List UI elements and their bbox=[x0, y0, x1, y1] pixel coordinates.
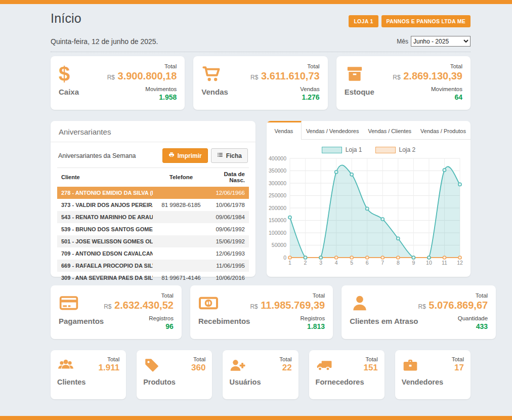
legend-item-loja-2[interactable]: Loja 2 bbox=[375, 146, 416, 153]
count-card-value: 151 bbox=[363, 363, 377, 373]
sales-area-chart: 0500001000001500002000002500003000003500… bbox=[267, 154, 471, 270]
count-label: Movimentos bbox=[393, 86, 462, 92]
stat-card-vendas[interactable]: Vendas Total R$ 3.611.610,73 Vendas 1.27… bbox=[193, 56, 327, 110]
tab-vendas-vendedores[interactable]: Vendas / Vendedores bbox=[302, 121, 364, 139]
count-label: Quantidade bbox=[418, 315, 488, 321]
currency-label: R$ bbox=[107, 74, 115, 81]
currency-label: R$ bbox=[393, 74, 400, 81]
count-card-produtos[interactable]: Total 360 Produtos bbox=[137, 350, 212, 399]
header-button-loja-1[interactable]: LOJA 1 bbox=[349, 15, 378, 27]
count-card-right: Total 17 bbox=[452, 356, 464, 374]
total-value: R$ 3.611.610,73 bbox=[250, 70, 320, 82]
svg-text:300000: 300000 bbox=[269, 180, 286, 186]
tab-vendas-produtos[interactable]: Vendas / Produtos bbox=[416, 121, 471, 139]
currency-label: R$ bbox=[250, 303, 258, 310]
cell-cliente: 501 - JOSE WELISSON GOMES OLIVEIR... bbox=[61, 238, 153, 244]
stat-card-clientes-em-atraso[interactable]: Clientes em Atraso Total R$ 5.076.869,67… bbox=[342, 285, 496, 339]
tab-vendas[interactable]: Vendas bbox=[267, 121, 302, 140]
count-card-vendedores[interactable]: Total 17 Vendedores bbox=[395, 350, 471, 399]
stat-card-left: Pagamentos bbox=[59, 292, 104, 333]
stat-cards-row-2: Pagamentos Total R$ 2.632.430,52 Registr… bbox=[51, 285, 471, 339]
svg-text:1: 1 bbox=[288, 260, 291, 266]
cell-cliente: 543 - RENATO MARINHO DE ARAUJO (F... bbox=[61, 214, 153, 220]
count-value: 1.276 bbox=[250, 93, 320, 101]
stat-card-caixa[interactable]: $ Caixa Total R$ 3.900.800,18 Movimentos… bbox=[51, 56, 185, 110]
cell-data-nasc: 11/06/1995 bbox=[209, 263, 245, 269]
svg-text:200000: 200000 bbox=[269, 205, 286, 211]
total-value: R$ 11.985.769,39 bbox=[250, 300, 325, 311]
table-row[interactable]: 278 - ANTONIO EMIDIO DA SILVA (PALE... 1… bbox=[57, 187, 249, 199]
tab-vendas-clientes[interactable]: Vendas / Clientes bbox=[363, 121, 416, 139]
table-row[interactable]: 373 - VALDIR DOS ANJOS PEREIRA (AN... 81… bbox=[57, 199, 249, 211]
count-card-fornecedores[interactable]: Total 151 Fornecedores bbox=[309, 350, 385, 399]
count-label: Registros bbox=[104, 315, 174, 321]
total-label: Total bbox=[393, 63, 462, 69]
cell-cliente: 278 - ANTONIO EMIDIO DA SILVA (PALE... bbox=[61, 190, 153, 196]
table-row[interactable]: 539 - BRUNO DOS SANTOS GOMES 09/06/1992 bbox=[57, 223, 249, 235]
table-header: Cliente Telefone Data de Nasc. bbox=[57, 167, 249, 187]
sales-chart-panel: Vendas Vendas / Vendedores Vendas / Clie… bbox=[267, 121, 471, 277]
stat-cards-row-1: $ Caixa Total R$ 3.900.800,18 Movimentos… bbox=[51, 56, 471, 110]
ficha-button[interactable]: Ficha bbox=[211, 148, 248, 163]
svg-text:7: 7 bbox=[381, 260, 384, 266]
stat-card-label: Recebimentos bbox=[198, 317, 250, 325]
count-card-value: 22 bbox=[279, 363, 291, 373]
count-card-right: Total 1.911 bbox=[99, 356, 120, 374]
bottom-accent-bar bbox=[0, 416, 512, 420]
header-button-pannos-e-pannos-ltda-me[interactable]: PANNOS E PANNOS LTDA ME bbox=[381, 15, 471, 27]
cell-cliente: 669 - RAFAELA PROCOPIO DA SILVA CA... bbox=[61, 263, 153, 269]
count-label: Vendas bbox=[250, 86, 320, 92]
svg-text:0: 0 bbox=[283, 255, 286, 261]
count-card-clientes[interactable]: Total 1.911 Clientes bbox=[51, 350, 126, 399]
birthdays-toolbar: Aniversariantes da Semana Imprimir Ficha bbox=[58, 148, 248, 163]
svg-text:4: 4 bbox=[335, 260, 338, 266]
birthdays-buttons: Imprimir Ficha bbox=[162, 148, 248, 163]
top-accent-bar bbox=[0, 0, 512, 4]
svg-text:3: 3 bbox=[319, 260, 322, 266]
count-card-right: Total 151 bbox=[363, 356, 377, 374]
count-card-right: Total 360 bbox=[191, 356, 205, 374]
currency-label: R$ bbox=[104, 303, 111, 310]
birthdays-table: 278 - ANTONIO EMIDIO DA SILVA (PALE... 1… bbox=[57, 187, 249, 284]
ficha-button-label: Ficha bbox=[226, 152, 242, 159]
stat-card-right: Total R$ 3.900.800,18 Movimentos 1.958 bbox=[107, 63, 177, 104]
legend-label: Loja 2 bbox=[399, 146, 416, 153]
column-header-telefone: Telefone bbox=[153, 174, 209, 180]
table-row[interactable]: 309 - ANA SEVERINA PAES DA SILVA 81 9967… bbox=[57, 272, 249, 284]
legend-item-loja-1[interactable]: Loja 1 bbox=[322, 146, 362, 153]
svg-text:1: 1 bbox=[207, 300, 210, 306]
total-label: Total bbox=[191, 356, 205, 362]
box-icon bbox=[345, 63, 374, 85]
svg-text:10: 10 bbox=[426, 260, 432, 266]
birthdays-panel-title: Aniversariantes bbox=[51, 121, 255, 142]
count-label: Registros bbox=[250, 315, 325, 321]
table-row[interactable]: 501 - JOSE WELISSON GOMES OLIVEIR... 15/… bbox=[57, 235, 249, 247]
cell-data-nasc: 10/06/1978 bbox=[209, 202, 245, 208]
table-row[interactable]: 543 - RENATO MARINHO DE ARAUJO (F... 09/… bbox=[57, 211, 249, 223]
current-date-text: Quinta-feira, 12 de junho de 2025. bbox=[51, 37, 158, 46]
month-select[interactable]: Junho - 2025 bbox=[411, 36, 471, 47]
total-label: Total bbox=[418, 292, 488, 299]
total-label: Total bbox=[363, 356, 377, 362]
print-button[interactable]: Imprimir bbox=[162, 148, 208, 163]
birthdays-panel-body: Aniversariantes da Semana Imprimir Ficha bbox=[51, 142, 255, 284]
stat-card-estoque[interactable]: Estoque Total R$ 2.869.130,39 Movimentos… bbox=[336, 56, 471, 110]
stat-card-pagamentos[interactable]: Pagamentos Total R$ 2.632.430,52 Registr… bbox=[51, 285, 182, 339]
user-icon bbox=[350, 292, 418, 314]
svg-text:8: 8 bbox=[397, 260, 400, 266]
stat-card-left: Vendas bbox=[201, 63, 228, 104]
table-row[interactable]: 669 - RAFAELA PROCOPIO DA SILVA CA... 11… bbox=[57, 260, 249, 272]
count-card-label: Usuários bbox=[229, 378, 291, 386]
svg-text:11: 11 bbox=[442, 260, 447, 266]
cell-telefone: 81 99828-6185 bbox=[153, 202, 209, 208]
chart-tabs: Vendas Vendas / Vendedores Vendas / Clie… bbox=[267, 121, 471, 140]
table-row[interactable]: 709 - ANTONIO EDSON CAVALCANTE D... 12/0… bbox=[57, 247, 249, 260]
count-card-usuarios[interactable]: Total 22 Usuários bbox=[223, 350, 298, 399]
stat-card-label: Caixa bbox=[59, 88, 79, 96]
stat-card-right: Total R$ 5.076.869,67 Quantidade 433 bbox=[418, 292, 488, 333]
total-value: R$ 5.076.869,67 bbox=[418, 300, 488, 311]
middle-row: Aniversariantes Aniversariantes da Seman… bbox=[51, 121, 471, 277]
stat-card-recebimentos[interactable]: 1 Recebimentos Total R$ 11.985.769,39 Re… bbox=[190, 285, 333, 339]
header-buttons: LOJA 1PANNOS E PANNOS LTDA ME bbox=[349, 15, 471, 27]
svg-text:12: 12 bbox=[457, 260, 463, 266]
